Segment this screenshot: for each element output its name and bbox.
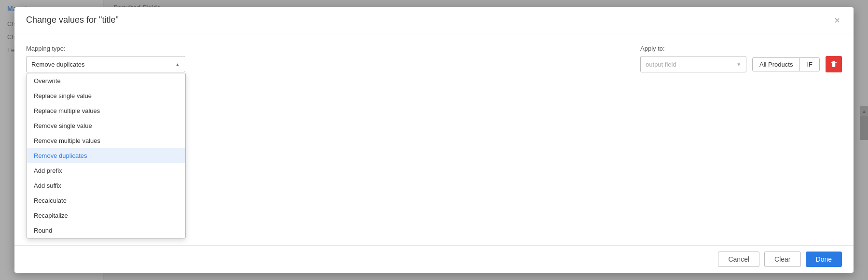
dropdown-item-remove-multiple[interactable]: Remove multiple values [27, 133, 185, 148]
dropdown-item-remove-single[interactable]: Remove single value [27, 118, 185, 133]
dropdown-item-add-prefix[interactable]: Add prefix [27, 163, 185, 178]
output-field-placeholder: output field [646, 61, 676, 68]
mapping-type-label: Mapping type: [26, 45, 185, 52]
mapping-type-selected: Remove duplicates [31, 61, 85, 68]
clear-button[interactable]: Clear [764, 252, 800, 267]
form-row: Mapping type: Remove duplicates ▲ Overwr… [26, 45, 842, 72]
svg-line-1 [833, 64, 833, 66]
products-if-group: All Products IF [752, 57, 820, 71]
apply-to-controls: output field ▼ All Products IF [640, 56, 842, 72]
dropdown-arrow-icon: ▲ [175, 62, 180, 67]
dropdown-item-add-suffix[interactable]: Add suffix [27, 178, 185, 193]
mapping-type-group: Mapping type: Remove duplicates ▲ Overwr… [26, 45, 185, 72]
output-field-chevron-icon: ▼ [736, 62, 741, 67]
apply-to-label: Apply to: [640, 45, 842, 52]
modal-dialog: Change values for "title" × Mapping type… [14, 7, 854, 273]
done-button[interactable]: Done [806, 252, 842, 267]
mapping-type-dropdown[interactable]: Remove duplicates ▲ Overwrite Replace si… [26, 56, 185, 72]
all-products-button[interactable]: All Products [753, 58, 800, 71]
delete-button[interactable] [826, 56, 842, 72]
modal-title: Change values for "title" [26, 15, 119, 25]
dropdown-item-recalculate[interactable]: Recalculate [27, 193, 185, 208]
dropdown-list: Overwrite Replace single value Replace m… [27, 73, 186, 238]
output-field-select[interactable]: output field ▼ [640, 56, 746, 72]
dropdown-item-round[interactable]: Round [27, 223, 185, 238]
trash-icon [830, 60, 838, 68]
apply-to-group: Apply to: output field ▼ All Products IF [640, 45, 842, 72]
dropdown-item-overwrite[interactable]: Overwrite [27, 73, 185, 88]
modal-close-button[interactable]: × [832, 15, 842, 25]
dropdown-item-remove-duplicates[interactable]: Remove duplicates [27, 148, 185, 163]
if-button[interactable]: IF [800, 58, 819, 71]
modal-body: Mapping type: Remove duplicates ▲ Overwr… [14, 33, 854, 245]
dropdown-item-replace-single[interactable]: Replace single value [27, 88, 185, 103]
cancel-button[interactable]: Cancel [718, 252, 759, 267]
dropdown-item-recapitalize[interactable]: Recapitalize [27, 208, 185, 223]
modal-footer: Cancel Clear Done [14, 245, 854, 273]
svg-line-3 [835, 64, 835, 66]
dropdown-item-replace-multiple[interactable]: Replace multiple values [27, 103, 185, 118]
modal-header: Change values for "title" × [14, 7, 854, 33]
